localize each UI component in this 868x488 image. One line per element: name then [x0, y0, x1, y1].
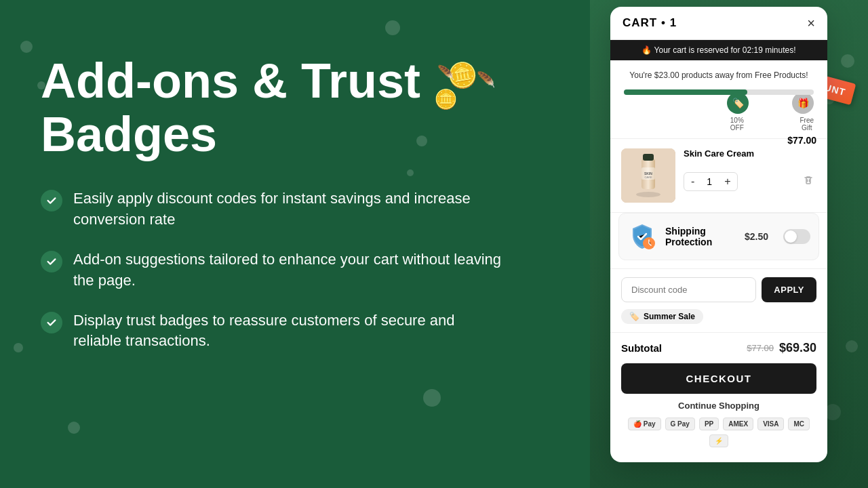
- product-image: SKIN CARE: [621, 148, 675, 203]
- product-item: SKIN CARE Skin Care Cream $77.00: [610, 139, 827, 213]
- qty-value: 1: [701, 174, 717, 190]
- payment-apple-pay: 🍎 Pay: [628, 418, 661, 430]
- coin-decoration-2: 🪙: [434, 88, 458, 110]
- feature-text-3: Display trust badges to reassure custome…: [73, 310, 502, 352]
- quantity-control: - 1 +: [684, 172, 738, 191]
- cart-item-count: 1: [670, 16, 677, 29]
- list-item: Add-on suggestions tailored to enhance y…: [41, 249, 502, 291]
- shipping-protection-name: Shipping Protection: [665, 226, 736, 247]
- tag-icon: 🏷️: [629, 312, 639, 321]
- list-item: Easily apply discount codes for instant …: [41, 188, 502, 230]
- discount-section: APPLY 🏷️ Summer Sale: [610, 269, 827, 332]
- decor-dot: [423, 389, 441, 407]
- check-icon: [41, 312, 62, 333]
- product-details: Skin Care Cream $77.00 - 1 +: [684, 148, 816, 191]
- trash-icon: [803, 175, 814, 186]
- payment-shop-pay: ⚡: [709, 434, 728, 447]
- product-name: Skin Care Cream: [684, 148, 754, 159]
- subtotal-label: Subtotal: [621, 342, 662, 354]
- reserved-text: 🔥 Your cart is reserved for 02:19 minute…: [642, 45, 795, 55]
- milestone-label-discount: 10%OFF: [730, 117, 744, 131]
- cart-title: CART • 1: [623, 16, 677, 30]
- subtotal-prices: $77.00 $69.30: [747, 341, 816, 355]
- continue-shopping-link[interactable]: Continue Shopping: [621, 401, 816, 411]
- payment-amex: AMEX: [723, 418, 753, 430]
- checkout-button[interactable]: CHECKOUT: [621, 363, 816, 394]
- cart-separator: •: [661, 16, 670, 29]
- feature-list: Easily apply discount codes for instant …: [41, 188, 549, 352]
- cart-title-text: CART: [623, 16, 657, 29]
- progress-section: You're $23.00 products away from Free Pr…: [610, 60, 827, 139]
- check-icon: [41, 190, 62, 211]
- left-panel: 🪙 🪙 🪶 🪶 Add-ons & Trust Badges Easily ap…: [0, 0, 590, 488]
- cart-area: DISCOUNT CART • 1 × 🔥 Your cart is reser…: [590, 0, 868, 488]
- subtotal-original: $77.00: [747, 343, 774, 353]
- progress-text: You're $23.00 products away from Free Pr…: [621, 70, 816, 81]
- decor-dot: [20, 41, 33, 53]
- discount-input-row: APPLY: [621, 277, 816, 302]
- check-icon: [41, 251, 62, 272]
- cart-modal: CART • 1 × 🔥 Your cart is reserved for 0…: [610, 7, 827, 462]
- shipping-protection-toggle[interactable]: [783, 229, 810, 244]
- discount-code-input[interactable]: [621, 277, 756, 302]
- qty-decrease-button[interactable]: -: [684, 173, 701, 190]
- wings-decoration: 🪶: [477, 71, 495, 89]
- payment-visa: VISA: [757, 418, 784, 430]
- shipping-protection-section: Shipping Protection $2.50: [610, 213, 827, 269]
- tag-label: Summer Sale: [644, 312, 695, 321]
- delete-product-button[interactable]: [800, 172, 816, 191]
- svg-rect-4: [643, 154, 654, 161]
- wings-decoration-2: 🪶: [437, 64, 454, 81]
- shipping-protection-card: Shipping Protection $2.50: [618, 213, 819, 260]
- qty-increase-button[interactable]: +: [717, 173, 737, 190]
- shipping-protection-icon: [627, 222, 657, 251]
- product-price: $77.00: [787, 135, 816, 146]
- apply-discount-button[interactable]: APPLY: [762, 277, 816, 302]
- payment-google-pay: G Pay: [665, 418, 695, 430]
- list-item: Display trust badges to reassure custome…: [41, 310, 502, 352]
- decor-dot: [416, 136, 427, 146]
- product-actions: - 1 +: [684, 172, 816, 191]
- decor-dot: [385, 20, 400, 35]
- milestone-icon-gift: 🎁: [792, 92, 814, 114]
- decor-dot: [841, 54, 854, 68]
- progress-bar: [624, 89, 814, 95]
- subtotal-section: Subtotal $77.00 $69.30 CHECKOUT Continue…: [610, 332, 827, 462]
- feature-text-1: Easily apply discount codes for instant …: [73, 188, 502, 230]
- toggle-knob: [785, 230, 797, 243]
- svg-text:CARE: CARE: [644, 176, 652, 179]
- payment-mastercard: MC: [788, 418, 810, 430]
- milestone-label-gift: FreeGift: [800, 117, 814, 131]
- discount-tag: 🏷️ Summer Sale: [621, 309, 703, 324]
- decor-dot: [846, 340, 858, 352]
- reserved-banner: 🔥 Your cart is reserved for 02:19 minute…: [610, 40, 827, 60]
- milestone-icon-discount: 🏷️: [727, 92, 749, 114]
- subtotal-final: $69.30: [779, 341, 816, 355]
- subtotal-row: Subtotal $77.00 $69.30: [621, 341, 816, 355]
- payment-icons: 🍎 Pay G Pay PP AMEX VISA MC ⚡: [621, 418, 816, 457]
- decor-dot: [14, 343, 23, 352]
- decor-dot: [68, 422, 80, 434]
- decor-dot: [407, 169, 414, 176]
- svg-point-1: [636, 192, 660, 197]
- decor-dot: [37, 81, 45, 89]
- feature-text-2: Add-on suggestions tailored to enhance y…: [73, 249, 502, 291]
- cart-header: CART • 1 ×: [610, 7, 827, 40]
- shipping-protection-price: $2.50: [745, 231, 768, 242]
- payment-paypal: PP: [699, 418, 719, 430]
- product-image-svg: SKIN CARE: [621, 148, 675, 203]
- close-button[interactable]: ×: [807, 16, 815, 30]
